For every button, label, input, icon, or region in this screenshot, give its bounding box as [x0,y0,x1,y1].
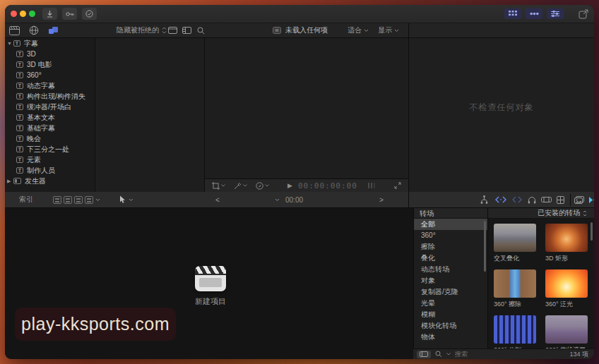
transition-thumbnail [494,224,536,252]
sidebar-item[interactable]: T缓冲器/开场白 [5,102,95,112]
sidebar-item[interactable]: T构件出现/构件消失 [5,91,95,102]
prev-button[interactable]: < [215,192,220,207]
clapperboard-large-icon [195,266,226,291]
transition-item[interactable]: 360° 擦除 [494,269,536,309]
compass-icon[interactable] [256,182,263,190]
effects-browser-tab[interactable] [29,23,39,37]
sidebar-item[interactable]: T制作人员 [5,165,95,176]
minimize-button[interactable] [20,11,26,17]
installed-header: 已安装的转场 [538,208,580,218]
expand-icon[interactable] [394,182,401,189]
sidebar-item-label: 基础字幕 [27,123,55,133]
play-icon[interactable]: ▶ [287,182,292,189]
browser-search-button[interactable] [197,23,205,37]
title-icon: T [16,157,23,163]
sidebar-item[interactable]: T3D [5,49,95,59]
transition-category[interactable]: 擦除 [414,241,487,253]
transitions-browser-button-active[interactable] [588,192,594,207]
transitions-search-input[interactable] [455,351,565,358]
filmstrip-view-button[interactable] [168,23,177,37]
filter-dropdown[interactable]: 隐藏被拒绝的 [117,23,167,37]
sidebar-item-titles-root[interactable]: ▼ T 字幕 [5,38,95,49]
transition-category[interactable]: 模糊 [414,309,487,320]
transition-category[interactable]: 光晕 [414,298,487,309]
sidebar-item-generators[interactable]: ▶ 发生器 [5,176,95,186]
filters-button[interactable] [547,8,564,19]
checkmark-circle-icon [85,10,93,18]
sidebar-item[interactable]: T基础字幕 [5,123,95,133]
new-project-button[interactable]: 新建项目 [189,266,232,307]
transition-item[interactable]: 360° 泛光 [545,269,588,309]
timeline-timecode-dropdown[interactable]: 00:00 [275,192,303,207]
transition-category[interactable]: 360° [414,230,487,241]
scrollbar[interactable] [484,221,486,272]
chevron-down-icon[interactable] [265,184,269,187]
browser-toolbar: 隐藏被拒绝的 未载入任何项 适合 显示 [5,23,594,38]
sidebar-item[interactable]: T基本文本 [5,112,95,123]
grid-dots-icon [509,11,517,17]
title-icon: T [16,135,23,142]
scrollbar[interactable] [591,222,593,241]
trim-mode-button-active[interactable] [495,192,506,207]
sidebar-item-label: 基本文本 [27,113,55,123]
list-option-icon [85,196,93,204]
transition-category[interactable]: 模块化转场 [414,320,487,332]
sidebar-item[interactable]: T下三分之一处 [5,144,95,154]
browser-list-panel[interactable] [95,38,205,192]
transition-category[interactable]: 对象 [414,275,487,286]
share-button[interactable] [579,9,588,19]
crop-tool-icon[interactable] [212,182,220,190]
index-button[interactable]: 索引 [19,192,33,207]
transition-category[interactable]: 复制器/克隆 [414,286,487,298]
browser-view-button[interactable] [504,8,521,19]
transitions-bottom-bar: 134 项 [413,348,594,359]
transition-category[interactable]: 动态转场 [414,264,487,275]
audio-skimming-button[interactable] [528,192,536,207]
sidebar-item-label: 3D [27,50,36,58]
photos-browser-button[interactable] [574,192,584,207]
close-button[interactable] [11,11,17,17]
updown-chevron-icon[interactable] [583,210,587,217]
sidebar-item-label: 元素 [27,155,41,165]
chevron-down-icon[interactable] [221,184,225,187]
pointer-tool-dropdown[interactable] [119,192,134,207]
clip-appearance-button[interactable] [557,192,564,207]
sidebar-item[interactable]: T动态字幕 [5,80,95,91]
list-view-toggle-button[interactable] [182,23,191,37]
sidebar-toggle-button[interactable] [417,351,431,358]
sidebar-item[interactable]: T元素 [5,154,95,165]
browser-preview-panel[interactable] [205,38,408,178]
media-browser-tab[interactable] [9,23,20,37]
chevron-down-icon[interactable] [446,353,451,356]
titles-generators-tab[interactable] [48,23,59,37]
fit-label: 适合 [348,25,362,35]
check-button[interactable] [82,8,97,20]
effects-tool-icon[interactable] [234,182,242,190]
transition-item[interactable]: 交叉叠化 [494,224,536,263]
sidebar-item[interactable]: T360° [5,70,95,80]
scrubber-icon[interactable] [367,182,379,189]
timeline-view-options[interactable] [53,192,100,207]
fit-dropdown[interactable]: 适合 [348,23,369,37]
next-label: > [379,196,384,204]
transition-category[interactable]: 叠化 [414,253,487,264]
chevron-down-icon[interactable] [243,184,247,187]
transition-category[interactable]: 物体 [414,332,487,343]
trim-mode-button[interactable] [512,192,522,207]
import-button[interactable] [42,8,57,20]
title-icon: T [16,51,23,57]
solo-clip-button[interactable] [541,192,552,207]
next-button[interactable]: > [379,192,384,207]
zoom-button[interactable] [29,11,35,17]
sidebar-item[interactable]: T晚会 [5,133,95,144]
transition-category-all[interactable]: 全部 [414,219,487,230]
sidebar-item[interactable]: T3D 电影 [5,59,95,70]
transport-bar: ▶ 00:00:00:00 [205,178,408,192]
app-window: 隐藏被拒绝的 未载入任何项 适合 显示 [5,5,594,359]
connect-clips-button[interactable] [480,192,489,207]
transition-item[interactable]: 3D 矩形 [545,224,588,263]
list-view-button[interactable] [526,8,542,19]
dots-row-icon [530,12,539,16]
show-dropdown[interactable]: 显示 [378,23,399,37]
keying-button[interactable] [62,8,77,20]
